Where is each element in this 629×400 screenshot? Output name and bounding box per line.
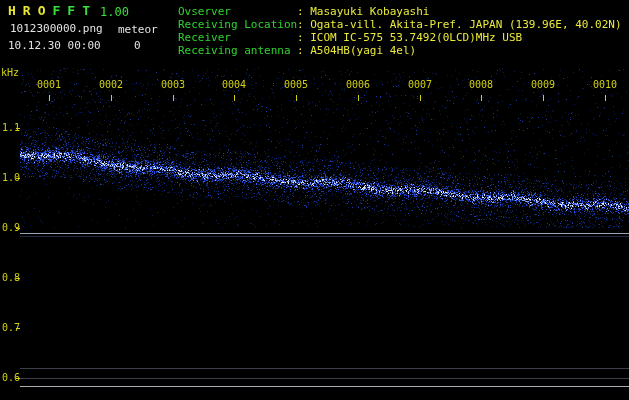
app-title-letter: H bbox=[8, 3, 16, 18]
meteor-count: 0 bbox=[134, 39, 141, 52]
output-filename: 1012300000.png bbox=[10, 22, 103, 35]
station-info-block: Ovserver: Masayuki KobayashiReceiving Lo… bbox=[178, 5, 622, 57]
station-info-value: : Masayuki Kobayashi bbox=[297, 5, 429, 18]
station-info-value: : ICOM IC-575 53.7492(0LCD)MHz USB bbox=[297, 31, 522, 44]
station-info-row: Receiver: ICOM IC-575 53.7492(0LCD)MHz U… bbox=[178, 31, 622, 44]
app-title-letter: R bbox=[23, 3, 31, 18]
app-title: HROFFT bbox=[8, 3, 97, 18]
station-info-label: Receiving Location bbox=[178, 18, 297, 31]
station-info-value: : Ogata-vill. Akita-Pref. JAPAN (139.96E… bbox=[297, 18, 622, 31]
station-info-label: Receiving antenna bbox=[178, 44, 297, 57]
station-info-row: Receiving Location: Ogata-vill. Akita-Pr… bbox=[178, 18, 622, 31]
app-title-letter: F bbox=[67, 3, 75, 18]
app-title-letter: O bbox=[38, 3, 46, 18]
y-axis-unit-label: kHz bbox=[1, 67, 19, 78]
spectrogram-canvas bbox=[0, 0, 629, 400]
hrofft-spectrogram-screen: HROFFT 1.00 1012300000.png meteor 10.12.… bbox=[0, 0, 629, 400]
app-title-letter: T bbox=[82, 3, 90, 18]
station-info-row: Receiving antenna: A504HB(yagi 4el) bbox=[178, 44, 622, 57]
station-info-value: : A504HB(yagi 4el) bbox=[297, 44, 416, 57]
app-title-letter: F bbox=[52, 3, 60, 18]
app-version: 1.00 bbox=[100, 5, 129, 19]
station-info-row: Ovserver: Masayuki Kobayashi bbox=[178, 5, 622, 18]
mode-label: meteor bbox=[118, 23, 158, 36]
station-info-label: Receiver bbox=[178, 31, 297, 44]
start-datetime: 10.12.30 00:00 bbox=[8, 39, 101, 52]
station-info-label: Ovserver bbox=[178, 5, 297, 18]
